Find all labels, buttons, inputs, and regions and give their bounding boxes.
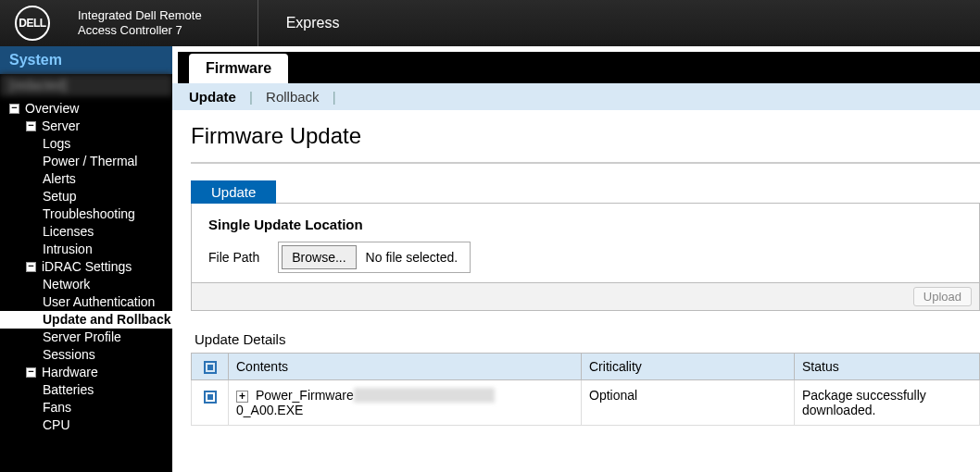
nav-sessions[interactable]: Sessions [9,346,172,364]
update-details-title: Update Details [195,331,980,347]
nav-update-rollback[interactable]: Update and Rollback [0,311,172,329]
subtab-rollback[interactable]: Rollback [266,89,320,105]
product-title-line2: Access Controller 7 [78,23,182,37]
cell-status: Package successfully downloaded. [795,380,980,426]
file-chooser-status: No file selected. [357,250,468,265]
update-details-table: Contents Criticality Status + Power_Firm… [191,353,980,426]
sidebar-heading: System [0,46,172,74]
separator: | [333,89,336,105]
collapse-icon[interactable]: − [26,367,36,378]
collapse-icon[interactable]: − [26,121,36,131]
upload-button[interactable]: Upload [913,287,972,306]
row-checkbox[interactable] [204,391,217,404]
nav-intrusion[interactable]: Intrusion [9,241,172,258]
nav-troubleshooting[interactable]: Troubleshooting [9,205,172,223]
divider [191,162,980,164]
expand-icon[interactable]: + [236,391,248,403]
sidebar-hostname: [redacted] [0,74,172,96]
package-name-redacted: _XXXX_XXXXX_XXXX_ [354,388,496,403]
package-name-suffix: 0_A00.EXE [236,403,303,417]
collapse-icon[interactable]: − [26,262,36,272]
nav-network[interactable]: Network [9,276,172,293]
nav-setup[interactable]: Setup [9,188,172,205]
top-header: DELL Integrated Dell Remote Access Contr… [0,0,980,46]
separator: | [249,89,253,105]
nav-label: Hardware [42,364,98,381]
col-contents: Contents [229,354,582,380]
main-panel: Firmware Update | Rollback | Firmware Up… [172,46,980,472]
box-title: Single Update Location [208,217,962,232]
inner-tab-update[interactable]: Update [191,180,276,204]
nav-label: Server [42,118,80,135]
product-title: Integrated Dell Remote Access Controller… [78,8,202,37]
nav-power-thermal[interactable]: Power / Thermal [9,153,172,170]
nav-user-auth[interactable]: User Authentication [9,293,172,311]
nav-batteries[interactable]: Batteries [9,381,172,399]
subtab-update[interactable]: Update [189,89,236,105]
nav-cpu[interactable]: CPU [9,416,172,434]
file-path-label: File Path [208,250,259,265]
nav-alerts[interactable]: Alerts [9,170,172,188]
nav-tree: −Overview −Server Logs Power / Thermal A… [0,96,172,434]
nav-hardware[interactable]: −Hardware [9,364,172,381]
col-status: Status [795,354,980,380]
nav-label: iDRAC Settings [42,258,132,276]
table-row: + Power_Firmware_XXXX_XXXXX_XXXX_ 0_A00.… [192,380,980,426]
nav-idrac-settings[interactable]: −iDRAC Settings [9,258,172,276]
file-chooser: Browse... No file selected. [278,242,471,273]
dell-logo: DELL [15,6,50,41]
nav-fans[interactable]: Fans [9,399,172,416]
cell-criticality: Optional [582,380,795,426]
select-all-checkbox[interactable] [204,361,217,374]
nav-server[interactable]: −Server [9,118,172,135]
collapse-icon[interactable]: − [9,104,19,114]
nav-server-profile[interactable]: Server Profile [9,329,172,346]
nav-licenses[interactable]: Licenses [9,223,172,241]
sub-tabbar: Update | Rollback | [172,83,980,110]
nav-overview[interactable]: −Overview [9,100,172,118]
single-update-box: Single Update Location File Path Browse.… [191,203,980,283]
product-title-line1: Integrated Dell Remote [78,8,202,22]
nav-logs[interactable]: Logs [9,135,172,153]
top-tabbar: Firmware [172,52,980,83]
nav-label: Overview [25,100,79,118]
package-name-prefix: Power_Firmware [256,388,354,403]
sidebar: System [redacted] −Overview −Server Logs… [0,46,172,472]
page-title: Firmware Update [191,123,980,149]
browse-button[interactable]: Browse... [282,245,356,269]
action-bar: Upload [191,283,980,311]
product-mode: Express [258,0,340,46]
col-criticality: Criticality [582,354,795,380]
tab-firmware[interactable]: Firmware [189,54,288,83]
